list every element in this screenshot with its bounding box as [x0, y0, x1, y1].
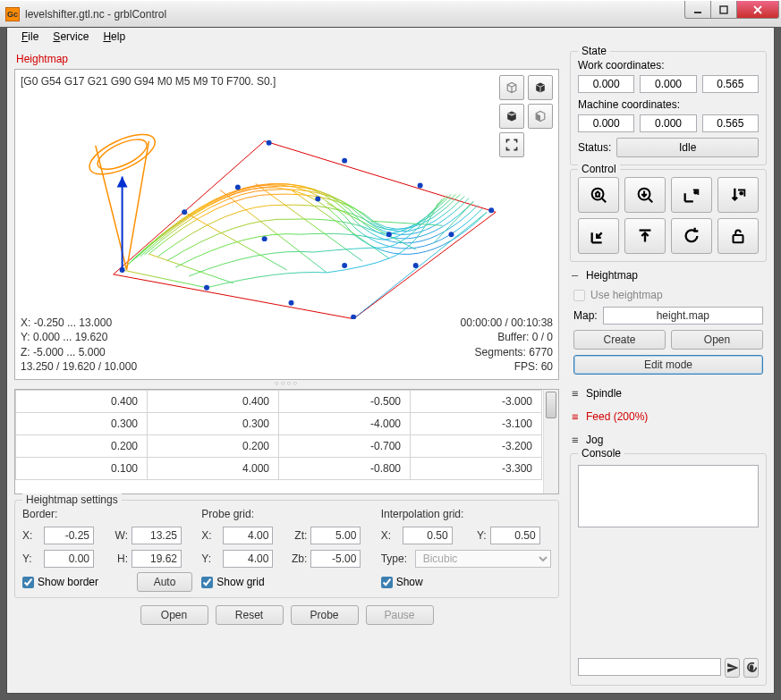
reset-grbl-button[interactable]	[671, 218, 712, 254]
mach-y: 0.000	[640, 114, 696, 132]
svg-marker-4	[114, 141, 497, 319]
heightmap-table[interactable]: 0.4000.400-0.500-3.000 0.3000.300-4.000-…	[14, 389, 559, 494]
svg-point-28	[749, 665, 753, 671]
probe-zt-input[interactable]	[310, 527, 361, 544]
open-button[interactable]: Open	[140, 605, 208, 625]
feed-section-header[interactable]: ≡Feed (200%)	[570, 407, 767, 426]
restore-origin-button[interactable]	[578, 218, 619, 254]
unlock-button[interactable]	[717, 218, 759, 254]
probe-zb-input[interactable]	[310, 550, 361, 568]
status-value: Idle	[616, 138, 759, 157]
map-file-input[interactable]	[603, 307, 763, 325]
svg-point-22	[94, 133, 151, 175]
table-row: 0.2000.200-0.700-3.200	[16, 435, 542, 458]
svg-rect-27	[734, 235, 743, 242]
heightmap-section-header[interactable]: —Heightmap	[570, 266, 767, 285]
interp-x-input[interactable]	[403, 527, 453, 544]
view-fit-icon[interactable]	[499, 132, 524, 157]
svg-point-10	[262, 236, 267, 241]
work-y: 0.000	[640, 75, 696, 93]
interp-y-input[interactable]	[490, 527, 540, 544]
viewport-coords: X: -0.250 ... 13.000 Y: 0.000 ... 19.620…	[21, 316, 137, 374]
pause-button[interactable]: Pause	[366, 605, 434, 625]
reset-button[interactable]: Reset	[216, 605, 284, 625]
view-iso-solid-icon[interactable]	[528, 75, 553, 100]
view-iso-icon[interactable]	[499, 75, 524, 100]
svg-point-26	[739, 191, 743, 196]
border-h-input[interactable]	[132, 550, 182, 568]
z-probe-button[interactable]	[624, 177, 666, 213]
probe-x-input[interactable]	[223, 527, 273, 544]
show-grid-checkbox[interactable]	[201, 577, 213, 588]
heightmap-settings-group: Heightmap settings Border: X: W: Y: H:	[14, 500, 559, 598]
show-interp-checkbox[interactable]	[381, 577, 393, 588]
interp-type-select[interactable]: Bicubic	[415, 550, 551, 568]
viewport-stats: 00:00:00 / 00:10:38 Buffer: 0 / 0 Segmen…	[461, 316, 553, 374]
border-w-input[interactable]	[132, 527, 182, 544]
svg-point-23	[592, 189, 604, 200]
svg-point-19	[418, 182, 423, 188]
create-map-button[interactable]: Create	[573, 330, 666, 350]
mach-x: 0.000	[578, 114, 634, 132]
menubar: File Service Help	[7, 28, 774, 46]
svg-rect-1	[720, 6, 727, 13]
border-label: Border:	[22, 508, 192, 520]
home-button[interactable]	[578, 177, 619, 213]
titlebar[interactable]: Gc levelshifter.gtl.nc - grblControl	[0, 0, 781, 27]
svg-point-7	[289, 300, 294, 306]
close-button[interactable]	[736, 1, 779, 19]
table-row: 0.4000.400-0.500-3.000	[16, 391, 542, 413]
zero-xy-button[interactable]	[671, 177, 712, 213]
work-z: 0.565	[702, 75, 759, 93]
svg-point-20	[488, 207, 494, 213]
clear-console-button[interactable]	[743, 658, 759, 678]
menu-service[interactable]: Service	[46, 29, 96, 45]
svg-point-21	[84, 126, 161, 181]
viewport-3d[interactable]: [G0 G54 G17 G21 G90 G94 M0 M5 M9 T0 F700…	[14, 69, 559, 380]
svg-point-14	[315, 196, 320, 201]
svg-point-13	[235, 184, 241, 190]
splitter-handle[interactable]: ○○○○	[14, 380, 559, 389]
maximize-button[interactable]	[710, 1, 737, 19]
svg-point-12	[413, 263, 419, 268]
minimize-button[interactable]	[684, 1, 711, 19]
console-output[interactable]	[578, 465, 759, 527]
svg-point-16	[448, 232, 454, 237]
use-heightmap-checkbox[interactable]	[573, 290, 585, 301]
probe-y-input[interactable]	[223, 550, 273, 568]
svg-point-5	[120, 267, 125, 273]
parser-state: [G0 G54 G17 G21 G90 G94 M0 M5 M9 T0 F700…	[21, 75, 276, 88]
border-y-input[interactable]	[44, 550, 94, 568]
spindle-section-header[interactable]: ≡Spindle	[570, 384, 767, 403]
window-title: levelshifter.gtl.nc - grblControl	[25, 8, 685, 21]
svg-point-9	[182, 209, 187, 215]
edit-mode-button[interactable]: Edit mode	[573, 355, 763, 375]
show-border-checkbox[interactable]	[22, 577, 34, 588]
svg-point-15	[386, 232, 392, 237]
safe-z-button[interactable]	[624, 218, 666, 254]
zero-z-button[interactable]	[717, 177, 759, 213]
work-x: 0.000	[578, 75, 634, 93]
svg-point-8	[351, 315, 356, 319]
menu-file[interactable]: File	[14, 29, 46, 45]
table-scrollbar[interactable]	[543, 390, 558, 493]
interp-label: Interpolation grid:	[381, 508, 551, 520]
viewport-title: Heightmap	[14, 51, 559, 69]
table-row: 0.1004.000-0.800-3.300	[16, 458, 542, 480]
view-front-icon[interactable]	[528, 104, 553, 129]
open-map-button[interactable]: Open	[671, 330, 763, 350]
svg-point-18	[342, 158, 347, 164]
view-top-icon[interactable]	[499, 104, 524, 129]
control-group: Control	[570, 169, 767, 262]
probe-label: Probe grid:	[201, 508, 371, 520]
console-input[interactable]	[578, 658, 721, 676]
svg-point-25	[693, 190, 698, 195]
mach-z: 0.565	[702, 114, 759, 132]
console-group: Console	[570, 453, 767, 686]
auto-button[interactable]: Auto	[137, 572, 193, 592]
state-group: State Work coordinates: 0.000 0.000 0.56…	[570, 51, 767, 165]
send-command-button[interactable]	[725, 658, 740, 678]
menu-help[interactable]: Help	[96, 29, 132, 45]
probe-button[interactable]: Probe	[291, 605, 359, 625]
border-x-input[interactable]	[44, 527, 94, 544]
